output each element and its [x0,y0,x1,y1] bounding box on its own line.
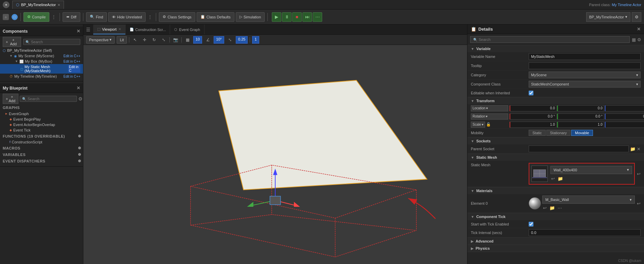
sockets-section-header[interactable]: ▼ Sockets [467,138,644,144]
mobility-movable-btn[interactable]: Movable [571,130,593,136]
hide-menu-btn[interactable]: ⋮ [147,14,153,20]
skip-button[interactable]: ⏭ [302,12,312,22]
location-dropdown[interactable]: Location ▾ [471,105,508,111]
scale-z-input[interactable] [605,122,644,128]
category-dropdown[interactable]: MyScene ▾ [529,72,641,78]
details-search-input[interactable] [479,37,627,42]
pause-button[interactable]: ⏸ [282,12,292,22]
macros-add-icon[interactable]: ⊕ [78,146,81,150]
bp-search-input[interactable] [28,97,75,101]
material-reset-icon[interactable]: ↩ [542,205,547,211]
socket-clear-icon[interactable]: ✕ [637,146,641,152]
location-y-input[interactable] [557,105,604,111]
simulation-button[interactable]: ▷ Simulation [236,12,265,22]
material-more-icon[interactable]: ⋯ [557,205,563,211]
dispatchers-add-icon[interactable]: ⊕ [78,159,81,163]
material-folder-icon[interactable]: 📁 [549,205,556,211]
rotation-z-input[interactable] [605,113,644,120]
components-close-btn[interactable]: ✕ [77,29,80,34]
comp-item-timeline[interactable]: ⏱ My Timeline (MyTimeline) Edit in C++ [0,74,83,79]
scale-y-input[interactable] [557,122,604,128]
event-begin-play-item[interactable]: ◆ Event BeginPlay [0,117,83,122]
select-mode-icon[interactable]: ↖ [131,36,139,44]
tooltip-input[interactable] [529,62,641,69]
settings-icon-btn[interactable]: ⚙ [632,12,641,22]
more-play-btn[interactable]: ⋯ [313,12,322,22]
bp-panel-close-btn[interactable]: ✕ [77,86,80,91]
grid-icon[interactable]: ▦ [184,36,191,44]
title-tab-bp[interactable]: ⬡ BP_MyTimelineActor ✕ [12,1,64,9]
event-actor-begin-overlap-item[interactable]: ◆ Event ActorBeginOverlap [0,122,83,127]
event-tick-item[interactable]: ◆ Event Tick [0,127,83,133]
material-override-btn[interactable]: ↩ [637,201,641,206]
home-icon[interactable]: ⌂ [3,14,9,20]
comp-item-mesh[interactable]: ◻ My Static Mesh (MyStaticMesh) Edit in … [0,64,83,74]
tab-construction-script[interactable]: 📄 Construction Scr... [126,25,170,34]
bp-add-button[interactable]: + + Add [3,94,18,104]
construction-script-item[interactable]: f ConstructionScript [0,139,83,145]
angle-icon[interactable]: ∠ [204,36,212,44]
start-tick-checkbox[interactable] [529,222,533,227]
component-tick-section-header[interactable]: ▼ Component Tick [467,213,644,220]
transform-section-header[interactable]: ▼ Transform [467,97,644,104]
component-class-dropdown[interactable]: StaticMeshComponent ▾ [529,81,641,88]
tab-event-graph[interactable]: ⬡ Event Graph [170,25,204,34]
scale-size-btn[interactable]: 0.25 [236,36,248,44]
tab-close-icon[interactable]: ✕ [57,3,60,7]
angle-size-btn[interactable]: 10° [214,36,224,44]
details-gear-icon[interactable]: ⚙ [637,37,641,42]
components-add-button[interactable]: + + Add [3,37,21,47]
hide-unrelated-button[interactable]: 👁 Hide Unrelated [108,12,146,22]
bp-gear-icon[interactable]: ⚙ [78,96,83,102]
stop-button[interactable]: ■ [292,12,302,22]
hamburger-icon[interactable]: ☰ [83,27,93,32]
materials-section-header[interactable]: ▼ Materials [467,187,644,194]
class-defaults-button[interactable]: 📋 Class Defaults [197,12,234,22]
details-close-btn[interactable]: ✕ [637,27,641,32]
rotate-icon[interactable]: ↻ [150,36,158,44]
location-z-input[interactable] [605,105,644,111]
scale2-icon[interactable]: ⤡ [226,36,234,44]
lit-button[interactable]: Lit [117,36,127,44]
mobility-static-btn[interactable]: Static [529,130,546,136]
timeline-edit-btn[interactable]: Edit in C++ [64,75,80,78]
box-edit-btn[interactable]: Edit in C++ [64,60,80,63]
scale-icon[interactable]: ⤡ [160,36,167,44]
scale-lock-icon[interactable]: 🔓 [486,122,491,127]
location-x-input[interactable] [510,105,557,111]
tab-viewport[interactable]: ⬚ Viewport ✕ [93,25,126,34]
viewport-3d[interactable] [83,45,467,264]
viewport-tab-close[interactable]: ✕ [118,27,121,31]
rotation-x-input[interactable] [510,113,557,120]
mesh-override-btn[interactable]: ↩ [637,171,641,176]
scene-edit-btn[interactable]: Edit in C++ [64,54,80,58]
scale-x-input[interactable] [510,122,557,128]
editable-inherited-checkbox[interactable] [529,91,533,95]
mesh-reset-icon[interactable]: ↩ [550,175,556,182]
rotation-y-input[interactable] [557,113,604,120]
functions-add-icon[interactable]: ⊕ [78,134,81,138]
mesh-name-dropdown[interactable]: Wall_400x400 ▾ [550,166,632,174]
mesh-folder-icon[interactable]: 📁 [557,175,564,182]
compile-menu-btn[interactable]: ⋮ [51,14,57,20]
event-graph-item[interactable]: ▸ EventGraph [0,111,83,117]
class-settings-button[interactable]: ⚙ Class Settings [159,12,195,22]
comp-item-box[interactable]: ▼ ⬜ My Box (MyBox) Edit in C++ [0,59,83,64]
bp-name-dropdown[interactable]: BP_MyTimelineActor ▾ [586,12,630,22]
variable-name-input[interactable] [529,53,641,60]
bp-ball-icon[interactable]: ⬡ [12,14,18,20]
advanced-section-header[interactable]: ▶ Advanced [467,238,644,245]
camera-icon[interactable]: 📷 [172,36,179,44]
play-button[interactable]: ▶ [272,12,281,22]
perspective-button[interactable]: Perspective ▾ [86,36,115,44]
components-search-input[interactable] [31,40,78,44]
mobility-stationary-btn[interactable]: Stationary [546,130,571,136]
parent-socket-input[interactable] [529,145,629,152]
rotation-dropdown[interactable]: Rotation ▾ [471,113,508,120]
translate-icon[interactable]: ✛ [141,36,148,44]
parent-class-link[interactable]: My Timeline Actor [612,3,641,7]
variable-section-header[interactable]: ▼ Variable [467,45,644,52]
diff-button[interactable]: ⬌ Diff [63,12,80,22]
scale-dropdown[interactable]: Scale ▾ [471,122,485,128]
grid-size-btn[interactable]: 10 [193,36,202,44]
